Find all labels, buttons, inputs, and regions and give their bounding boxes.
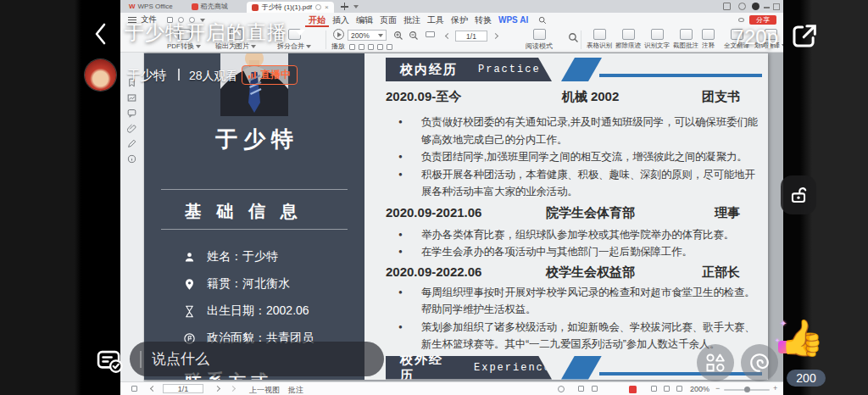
wps-logo-icon: W (129, 3, 136, 10)
zoom-minus-icon[interactable]: − (715, 384, 720, 392)
chat-input-pill[interactable] (130, 342, 384, 376)
eye-care-icon[interactable] (558, 386, 565, 392)
fit-view-icon[interactable] (676, 386, 682, 392)
zoom-level-select[interactable]: 200% (348, 30, 387, 41)
erase-button[interactable]: 擦除痕迹 (615, 29, 641, 50)
eye-protect-icon[interactable] (738, 18, 744, 22)
comments-panel-icon[interactable] (127, 108, 136, 118)
rotation-lock-button[interactable] (781, 175, 816, 214)
fullscreen-expand-button[interactable] (788, 20, 821, 56)
info-icon[interactable] (127, 154, 136, 164)
docer-tab[interactable]: 稻壳商城 (192, 2, 228, 11)
annotate-button[interactable]: 注释 (702, 29, 715, 50)
zoom-slider[interactable] (724, 389, 770, 391)
quality-selector[interactable]: 720p (717, 25, 778, 49)
continuous-icon[interactable] (359, 44, 364, 50)
document-tab-label: 于少特 (1)(1).pdf (262, 3, 312, 12)
live-signal-icon (248, 70, 257, 80)
settings-gear-icon[interactable] (738, 3, 746, 10)
tab-list-caret-icon[interactable] (353, 5, 359, 8)
status-zoom-level[interactable]: 200% (690, 385, 709, 393)
chat-pill-divider (140, 351, 142, 368)
maximize-button[interactable] (773, 3, 780, 10)
attachment-icon[interactable] (127, 124, 136, 133)
facing-icon[interactable] (368, 44, 374, 50)
zoom-out-icon[interactable] (409, 31, 419, 41)
ribbon-tab-edit[interactable]: 编辑 (353, 13, 376, 27)
read-mode-icon (533, 29, 546, 40)
panel-toggle-icon[interactable] (131, 386, 137, 392)
ribbon-tab-home[interactable]: 开始 (305, 13, 329, 27)
annotation-label[interactable]: 批注 (288, 385, 303, 395)
account-avatar-icon[interactable] (752, 3, 760, 10)
ocr-text-button[interactable]: 识别文字 (644, 29, 670, 50)
minimize-button[interactable] (764, 7, 770, 8)
thumbnails-icon[interactable] (127, 93, 136, 103)
experience-role: 正部长 (655, 264, 740, 281)
document-tab[interactable]: 于少特 (1)(1).pdf × (247, 2, 334, 13)
erase-icon (622, 29, 635, 40)
streamer-name[interactable]: 于少特 (127, 67, 167, 85)
streamer-avatar[interactable] (85, 59, 116, 91)
previous-view-label[interactable]: 上一视图 (249, 385, 280, 395)
like-button[interactable]: 👍 ✦ ✦ (776, 319, 831, 368)
ribbon-tab-page[interactable]: 页面 (376, 13, 400, 27)
autoplay-icon[interactable] (629, 386, 637, 393)
ribbon-tab-convert[interactable]: 转换 (471, 13, 495, 27)
page-indicator[interactable]: 1/1 (455, 31, 487, 42)
ribbon-search-icon[interactable] (538, 16, 547, 25)
play-button[interactable]: 播放 (331, 29, 345, 51)
select-tool-icon[interactable] (592, 386, 598, 392)
single-page-icon[interactable] (349, 44, 355, 50)
wps-app-tab[interactable]: W WPS Office (129, 3, 173, 10)
experience-org: 校学生会权益部 (526, 264, 655, 281)
rotate-icon[interactable] (387, 44, 392, 50)
find-icon[interactable] (568, 32, 579, 43)
live-stream-screen: W WPS Office 稻壳商城 于少特 (1)(1).pdf × (0, 0, 868, 395)
side-panel-strip (120, 53, 144, 381)
chat-input[interactable] (152, 351, 364, 368)
ribbon-tab-tools[interactable]: 工具 (424, 13, 448, 27)
ribbon-tab-comment[interactable]: 批注 (400, 13, 424, 27)
title-caret-icon[interactable] (295, 30, 305, 36)
double-view-icon[interactable] (664, 386, 670, 392)
experience-heading-row: 2020.09-2021.06 院学生会体育部 理事 (386, 205, 740, 221)
status-prev-page-icon[interactable] (150, 386, 156, 392)
hand-tool-icon[interactable] (578, 386, 584, 392)
mini-games-button[interactable] (697, 344, 734, 381)
back-button[interactable] (92, 22, 110, 46)
banner-blue-accent (561, 58, 602, 81)
read-mode-button[interactable]: 阅读模式 (526, 29, 553, 51)
shapes-icon (704, 352, 726, 374)
ribbon-tab-wps-ai[interactable]: WPS AI (495, 13, 531, 27)
banner-blue-accent (561, 356, 602, 380)
ribbon-tab-insert[interactable]: 插入 (329, 13, 353, 27)
close-tab-icon[interactable]: × (325, 3, 329, 11)
experience-heading-row: 2020.09-至今 机械 2002 团支书 (386, 89, 740, 105)
share-button[interactable]: 分享 (749, 15, 776, 25)
status-last-view-icon[interactable] (230, 386, 236, 392)
zoom-in-icon[interactable] (393, 31, 403, 41)
experience-date: 2020.09-2021.06 (386, 205, 526, 221)
table-ocr-button[interactable]: 表格识别 (587, 29, 612, 50)
bullet-item: 积极开展各种团活动，本着健康、积极、趣味、深刻的原则，尽可能地开展各种活动丰富大… (364, 166, 768, 201)
status-next-page-icon[interactable] (214, 386, 220, 392)
screenshot-button[interactable]: 截图批注 (673, 29, 698, 50)
layout-switch-icon[interactable] (723, 3, 731, 10)
link-mic-button[interactable] (741, 344, 778, 381)
ribbon-tab-protect[interactable]: 保护 (448, 13, 471, 27)
previous-page-icon[interactable] (445, 33, 451, 39)
single-view-icon[interactable] (651, 386, 657, 392)
zoom-slider-thumb[interactable] (744, 387, 750, 392)
two-page-spread-icon[interactable] (426, 31, 435, 37)
zoom-plus-icon[interactable]: + (773, 384, 777, 392)
book-mode-icon[interactable] (377, 44, 383, 50)
danmaku-settings-button[interactable] (95, 347, 125, 380)
status-page-indicator[interactable]: 1/1 (163, 384, 203, 393)
wps-app-tab-label: WPS Office (138, 3, 173, 10)
new-tab-button[interactable] (341, 3, 348, 10)
sidebar-divider (161, 189, 348, 190)
pen-icon[interactable] (127, 139, 136, 148)
bullet-item: 举办各类体育比赛，组织球队参加学校或其他学院举办的体育比赛。 (364, 226, 768, 244)
next-page-icon[interactable] (492, 33, 498, 39)
